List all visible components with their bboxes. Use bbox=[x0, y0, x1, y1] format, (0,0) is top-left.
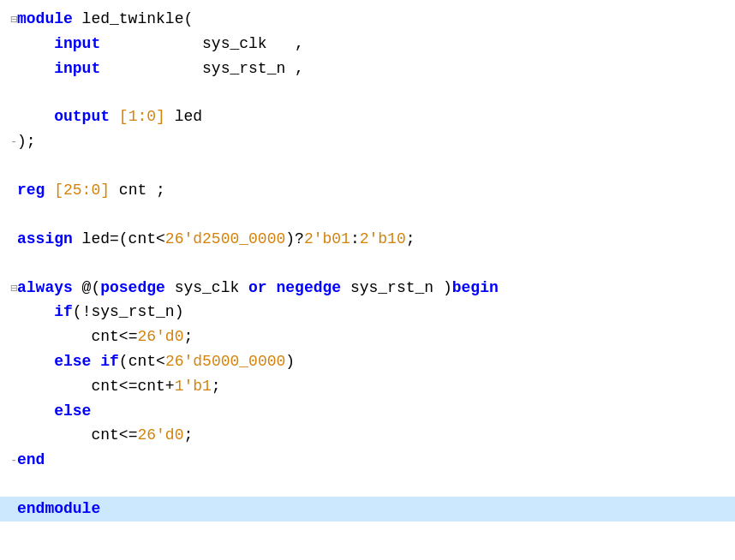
kw-endmodule: endmodule bbox=[17, 497, 100, 521]
code-indent2 bbox=[17, 325, 91, 349]
kw-output: output bbox=[54, 104, 110, 129]
code-text bbox=[91, 349, 100, 374]
code-text: led_twinkle( bbox=[73, 7, 193, 32]
gutter-10 bbox=[10, 230, 17, 249]
code-line-19: -end bbox=[0, 448, 735, 473]
code-line-3: input sys_rst_n , bbox=[0, 57, 735, 81]
code-line-2: input sys_clk , bbox=[0, 32, 735, 57]
gutter-21 bbox=[10, 500, 17, 519]
gutter-1: ⊟ bbox=[10, 10, 17, 29]
kw-reg: reg bbox=[17, 178, 45, 203]
code-line-12: ⊟always @(posedge sys_clk or negedge sys… bbox=[0, 276, 735, 301]
code-text2: (cnt< bbox=[119, 349, 165, 374]
code-text2: ; bbox=[183, 423, 193, 448]
code-line-16: cnt<=cnt+1'b1; bbox=[0, 374, 735, 399]
code-text2: led bbox=[165, 104, 202, 129]
code-line-14: cnt<=26'd0; bbox=[0, 325, 735, 349]
kw-range: [1:0] bbox=[119, 104, 165, 129]
code-line-10: assign led=(cnt<26'd2500_0000)?2'b01:2'b… bbox=[0, 227, 735, 252]
code-text: led=(cnt< bbox=[73, 227, 165, 252]
code-text2: ; bbox=[183, 325, 193, 349]
gutter-12: ⊟ bbox=[10, 279, 17, 298]
gutter-20 bbox=[10, 473, 17, 491]
kw-val7: 26'd0 bbox=[137, 423, 183, 448]
code-line-4 bbox=[0, 80, 735, 104]
code-indent2 bbox=[17, 374, 91, 399]
kw-end: end bbox=[17, 448, 45, 473]
kw-val5: 26'd5000_0000 bbox=[165, 349, 285, 374]
kw-else1: else bbox=[54, 349, 91, 374]
gutter-13 bbox=[10, 303, 17, 322]
gutter-14 bbox=[10, 328, 17, 347]
code-line-13: if(!sys_rst_n) bbox=[0, 300, 735, 325]
code-indent2 bbox=[17, 423, 91, 448]
gutter-6: - bbox=[10, 133, 17, 152]
code-text: (!sys_rst_n) bbox=[73, 300, 184, 325]
gutter-18 bbox=[10, 426, 17, 445]
code-line-15: else if(cnt<26'd5000_0000) bbox=[0, 349, 735, 374]
code-text: sys_clk , bbox=[100, 32, 304, 57]
code-indent bbox=[17, 57, 54, 81]
code-indent bbox=[17, 399, 54, 424]
kw-val6: 1'b1 bbox=[175, 374, 212, 399]
kw-input: input bbox=[54, 32, 100, 57]
code-text: cnt<=cnt+ bbox=[91, 374, 174, 399]
gutter-3 bbox=[10, 60, 17, 79]
kw-val3: 2'b10 bbox=[360, 227, 406, 252]
code-line-18: cnt<=26'd0; bbox=[0, 423, 735, 448]
code-text: ); bbox=[17, 129, 36, 154]
kw-else2: else bbox=[54, 399, 91, 424]
code-indent bbox=[17, 104, 54, 129]
gutter-11 bbox=[10, 252, 17, 271]
kw-if2: if bbox=[100, 349, 119, 374]
kw-negedge: negedge bbox=[276, 276, 341, 301]
code-indent bbox=[17, 300, 54, 325]
gutter-2 bbox=[10, 35, 17, 54]
gutter-19: - bbox=[10, 451, 17, 470]
kw-module: module bbox=[17, 7, 73, 32]
code-line-9 bbox=[0, 203, 735, 227]
kw-assign: assign bbox=[17, 227, 73, 252]
code-text2: ; bbox=[212, 374, 221, 399]
gutter-4 bbox=[10, 80, 17, 99]
gutter-5 bbox=[10, 108, 17, 127]
code-line-8: reg [25:0] cnt ; bbox=[0, 178, 735, 203]
code-text: cnt<= bbox=[91, 423, 137, 448]
gutter-16 bbox=[10, 378, 17, 396]
gutter-17 bbox=[10, 402, 17, 421]
code-line-17: else bbox=[0, 399, 735, 424]
code-line-21: endmodule bbox=[0, 497, 735, 521]
code-indent bbox=[17, 349, 54, 374]
kw-begin: begin bbox=[452, 276, 499, 301]
kw-input2: input bbox=[54, 57, 100, 81]
gutter-15 bbox=[10, 353, 17, 372]
code-text bbox=[110, 104, 119, 129]
code-indent bbox=[17, 32, 54, 57]
gutter-7 bbox=[10, 154, 17, 173]
kw-val1: 26'd2500_0000 bbox=[165, 227, 285, 252]
kw-if: if bbox=[54, 300, 73, 325]
kw-posedge: posedge bbox=[100, 276, 165, 301]
code-text4: ; bbox=[406, 227, 415, 252]
code-text bbox=[45, 178, 54, 203]
code-line-7 bbox=[0, 154, 735, 178]
code-text: sys_rst_n , bbox=[100, 57, 304, 81]
code-text3: ) bbox=[285, 349, 295, 374]
code-text2: )? bbox=[285, 227, 304, 252]
code-line-11 bbox=[0, 252, 735, 276]
gutter-9 bbox=[10, 203, 17, 222]
code-text2: sys_clk bbox=[165, 276, 248, 301]
kw-val2: 2'b01 bbox=[304, 227, 350, 252]
code-line-6: -); bbox=[0, 129, 735, 154]
code-line-5: output [1:0] led bbox=[0, 104, 735, 129]
gutter-8 bbox=[10, 182, 17, 200]
code-text2: cnt ; bbox=[110, 178, 165, 203]
kw-val4: 26'd0 bbox=[137, 325, 183, 349]
kw-always: always bbox=[17, 276, 73, 301]
code-line-1: ⊟module led_twinkle( bbox=[0, 7, 735, 32]
code-text: cnt<= bbox=[91, 325, 137, 349]
code-text3 bbox=[267, 276, 277, 301]
code-text: @( bbox=[73, 276, 100, 301]
code-line-20 bbox=[0, 473, 735, 497]
code-text4: sys_rst_n ) bbox=[341, 276, 452, 301]
